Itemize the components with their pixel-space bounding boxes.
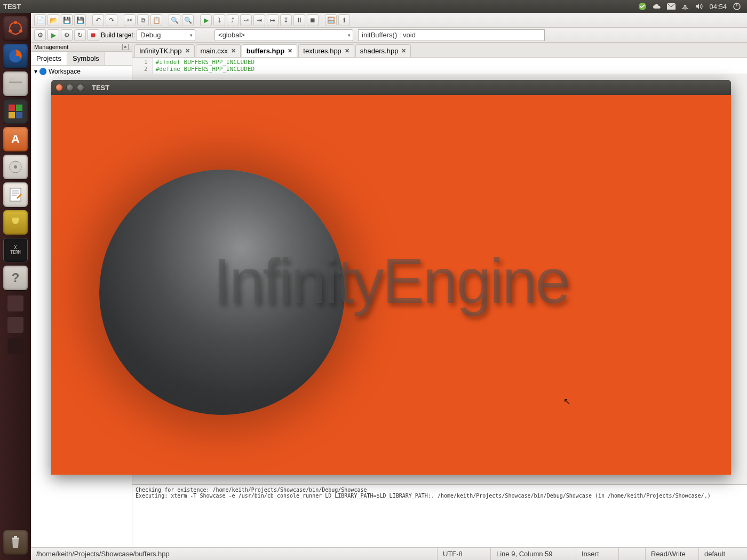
mail-icon[interactable]: [667, 3, 676, 10]
cut-button[interactable]: ✂: [124, 14, 136, 26]
save-button[interactable]: 💾: [61, 14, 73, 26]
power-icon[interactable]: [733, 2, 741, 11]
status-profile: default: [699, 548, 747, 560]
debug-next-button[interactable]: ↦: [267, 14, 279, 26]
window-maximize-button[interactable]: [77, 84, 84, 91]
test-app-window[interactable]: TEST InfinityEngine ↖: [51, 80, 731, 475]
tab-projects[interactable]: Projects: [31, 52, 67, 65]
top-panel: TEST 04:54: [0, 0, 747, 13]
clock[interactable]: 04:54: [709, 3, 727, 11]
help-icon[interactable]: ?: [3, 266, 28, 290]
save-all-button[interactable]: 💾: [74, 14, 86, 26]
status-linecol: Line 9, Column 59: [491, 548, 576, 560]
run-button[interactable]: ▶: [200, 14, 212, 26]
workspace-icon[interactable]: [3, 99, 28, 124]
close-tab-icon[interactable]: ✕: [345, 47, 349, 54]
copy-button[interactable]: ⧉: [137, 14, 149, 26]
debug-info-button[interactable]: ℹ: [338, 14, 350, 26]
window-close-button[interactable]: [55, 84, 63, 91]
tree-root[interactable]: ▾ 🔵 Workspace: [34, 68, 129, 75]
rebuild-button[interactable]: ↻: [74, 29, 86, 41]
code-area[interactable]: #ifndef BUFFERS_HPP_INCLUDED #define BUF…: [153, 58, 258, 74]
files-icon[interactable]: [3, 71, 28, 96]
file-tab-active[interactable]: buffers.hpp✕: [242, 44, 298, 57]
debug-into-button[interactable]: ↧: [280, 14, 292, 26]
small-tile-2[interactable]: [7, 317, 23, 333]
firefox-icon[interactable]: [3, 44, 28, 68]
line-gutter: 1 2: [132, 58, 153, 74]
debug-cursor-button[interactable]: ⇥: [253, 14, 265, 26]
code-line: #ifndef BUFFERS_HPP_INCLUDED: [156, 59, 255, 66]
file-tab-label: textures.hpp: [303, 47, 341, 55]
app-icon-trophy[interactable]: [3, 210, 28, 235]
svg-point-6: [14, 21, 17, 24]
debug-stop-button[interactable]: ⏹: [307, 14, 319, 26]
svg-point-18: [14, 165, 17, 169]
redo-button[interactable]: ↷: [106, 14, 117, 26]
toolbar-main: 📄 📂 💾 💾 ↶ ↷ ✂ ⧉ 📋 🔍 🔍 ▶ ⤵ ⤴ ⤻ ⇥ ↦ ↧ ⏸ ⏹ …: [31, 13, 747, 28]
test-titlebar[interactable]: TEST: [51, 80, 731, 95]
sync-icon[interactable]: [638, 2, 647, 11]
file-tab[interactable]: InfinityTK.hpp✕: [134, 44, 195, 57]
panel-app-title: TEST: [3, 3, 21, 11]
file-tab[interactable]: textures.hpp✕: [298, 44, 354, 57]
scope-dropdown[interactable]: <global>: [214, 29, 353, 41]
debug-pause-button[interactable]: ⏸: [293, 14, 305, 26]
build-run-button[interactable]: ⚙: [61, 29, 73, 41]
close-tab-icon[interactable]: ✕: [185, 47, 190, 54]
build-target-dropdown[interactable]: Debug: [137, 29, 195, 41]
log-line: Checking for existence: /home/keith/Proj…: [136, 487, 744, 493]
small-tile-1[interactable]: [7, 295, 23, 311]
code-editor[interactable]: 1 2 #ifndef BUFFERS_HPP_INCLUDED #define…: [132, 58, 747, 74]
close-tab-icon[interactable]: ✕: [288, 47, 292, 54]
network-icon[interactable]: [681, 3, 689, 10]
find-button[interactable]: 🔍: [169, 14, 180, 26]
svg-point-2: [685, 9, 686, 10]
code-line: #define BUFFERS_HPP_INCLUDED: [156, 66, 255, 73]
build-log-panel[interactable]: Checking for existence: /home/keith/Proj…: [132, 484, 747, 547]
text-editor-icon[interactable]: [3, 182, 28, 207]
svg-point-7: [9, 29, 12, 33]
debug-out-button[interactable]: ⤻: [240, 14, 252, 26]
debug-over-button[interactable]: ⤴: [227, 14, 239, 26]
function-field[interactable]: initBuffers() : void: [358, 29, 545, 41]
build-target-label: Build target:: [101, 31, 135, 39]
disk-icon[interactable]: [3, 155, 28, 179]
debug-window-button[interactable]: 🪟: [325, 14, 337, 26]
management-close-button[interactable]: ×: [122, 44, 129, 50]
app-icon-1[interactable]: A: [3, 127, 28, 151]
line-number: 1: [144, 59, 148, 66]
unity-launcher: A XTERM ?: [0, 13, 31, 560]
tree-expand-icon[interactable]: ▾: [34, 68, 37, 75]
svg-rect-23: [14, 224, 17, 227]
status-blank: [619, 548, 646, 560]
close-tab-icon[interactable]: ✕: [231, 47, 236, 54]
run-build-button[interactable]: ▶: [47, 29, 59, 41]
file-tab[interactable]: main.cxx✕: [196, 44, 241, 57]
cloud-icon[interactable]: [652, 3, 662, 10]
file-tab[interactable]: shaders.hpp✕: [355, 44, 411, 57]
volume-icon[interactable]: [695, 3, 703, 10]
trash-icon[interactable]: [3, 530, 28, 555]
svg-rect-13: [9, 105, 15, 111]
window-minimize-button[interactable]: [66, 84, 74, 91]
svg-rect-14: [16, 105, 22, 111]
small-tile-3[interactable]: [7, 338, 23, 354]
status-path: /home/keith/Projects/Showcase/buffers.hp…: [31, 548, 438, 560]
terminal-icon[interactable]: XTERM: [3, 238, 28, 262]
replace-button[interactable]: 🔍: [182, 14, 194, 26]
svg-rect-16: [16, 112, 22, 118]
new-file-button[interactable]: 📄: [34, 14, 46, 26]
build-button[interactable]: ⚙: [34, 29, 46, 41]
paste-button[interactable]: 📋: [150, 14, 162, 26]
dash-icon[interactable]: [3, 16, 28, 41]
undo-button[interactable]: ↶: [92, 14, 104, 26]
status-mode: Insert: [576, 548, 619, 560]
tab-symbols[interactable]: Symbols: [67, 52, 105, 65]
debug-step-button[interactable]: ⤵: [213, 14, 225, 26]
svg-rect-19: [10, 188, 21, 201]
abort-button[interactable]: ⏹: [88, 29, 99, 41]
close-tab-icon[interactable]: ✕: [401, 47, 406, 54]
open-button[interactable]: 📂: [47, 14, 59, 26]
management-title-text: Management: [34, 44, 68, 50]
